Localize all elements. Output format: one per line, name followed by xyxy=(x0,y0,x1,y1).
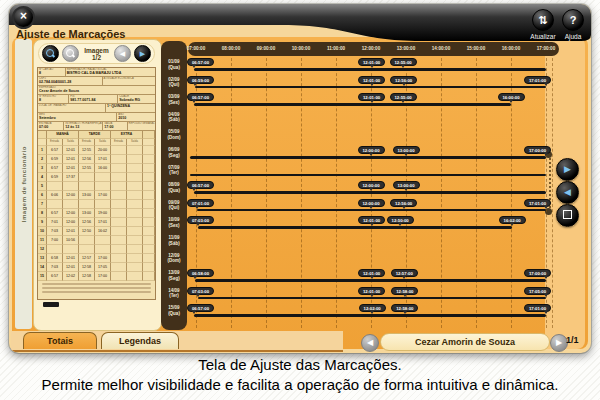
timeline-row-line xyxy=(197,209,546,212)
axis-hour-label: 07:00:00 xyxy=(181,46,211,51)
timeline-date-label: 15/09(Qua) xyxy=(161,305,187,316)
close-icon[interactable]: × xyxy=(12,6,35,29)
punch-marker-tail xyxy=(370,294,374,297)
employee-page-count: 1/1 xyxy=(566,335,579,345)
timeline-row-line xyxy=(194,103,511,106)
punch-marker-tail xyxy=(510,223,514,226)
punch-marker-tail xyxy=(544,311,548,314)
plot-right-border xyxy=(552,58,553,328)
punch-marker-tail xyxy=(370,83,374,86)
timeline-row-line xyxy=(190,174,546,177)
punch-marker-tail xyxy=(402,83,406,86)
punch-marker-tail xyxy=(192,65,196,68)
punch-marker[interactable]: 06:57:00 xyxy=(187,58,214,66)
punch-marker[interactable]: 06:57:00 xyxy=(187,181,214,189)
timeline-date-label: 08/09(Qua) xyxy=(161,182,187,193)
punch-marker-tail xyxy=(544,153,548,156)
help-button[interactable]: ? Ajuda xyxy=(558,9,588,40)
punch-marker[interactable]: 06:57:00 xyxy=(187,93,214,101)
timeline-date-label: 13/09(Seg) xyxy=(161,270,187,281)
axis-hour-label: 09:00:00 xyxy=(251,46,281,51)
previous-employee-icon[interactable]: ◀ xyxy=(361,334,379,352)
timeline-date-label: 02/09(Qui) xyxy=(161,77,187,88)
punch-marker-tail xyxy=(369,188,373,191)
punch-marker-tail xyxy=(195,206,199,209)
punch-marker-tail xyxy=(196,223,200,226)
punch-marker-tail xyxy=(370,65,374,68)
stop-button[interactable] xyxy=(556,204,579,227)
punch-marker[interactable]: 07:03:00 xyxy=(187,287,214,295)
timeline-date-label: 11/09(Sáb) xyxy=(161,235,187,246)
punch-marker[interactable]: 06:59:00 xyxy=(187,76,214,84)
axis-hour-label: 16:00:00 xyxy=(496,46,526,51)
tab-legendas[interactable]: Legendas xyxy=(101,332,179,349)
timeline-row-line xyxy=(194,191,546,194)
timeline-row-line xyxy=(195,279,546,282)
timeline-date-label: 01/09(Qua) xyxy=(161,59,187,70)
punch-marker-tail xyxy=(544,206,548,209)
axis-hour-label: 10:00:00 xyxy=(286,46,316,51)
punch-marker-tail xyxy=(401,100,405,103)
punch-marker-tail xyxy=(196,294,200,297)
tab-totais[interactable]: Totais xyxy=(23,332,97,349)
window-title: Ajuste de Marcações xyxy=(16,28,125,40)
axis-hour-label: 13:00:00 xyxy=(391,46,421,51)
scroll-prev-button[interactable]: ◀ xyxy=(556,181,579,204)
timeline-row-line xyxy=(195,86,546,89)
axis-hour-label: 12:00:00 xyxy=(356,46,386,51)
timeline-date-label: 10/09(Sex) xyxy=(161,217,187,228)
timeline-row-line xyxy=(198,226,512,229)
timeline-date-label: 04/09(Sáb) xyxy=(161,112,187,123)
timeline-row-line xyxy=(194,68,546,71)
punch-marker[interactable]: 06:57:00 xyxy=(187,304,214,312)
punch-marker-tail xyxy=(192,311,196,314)
help-icon: ? xyxy=(562,9,584,31)
timeline-row-line xyxy=(190,156,546,159)
punch-marker[interactable]: 07:01:00 xyxy=(187,199,214,207)
caption-line-2: Permite melhor visibilidade e facilita a… xyxy=(0,375,600,395)
punch-marker-tail xyxy=(193,83,197,86)
stop-icon xyxy=(563,210,572,219)
punch-marker-tail xyxy=(370,100,374,103)
punch-marker-tail xyxy=(544,83,548,86)
timeline-date-label: 05/09(Dom) xyxy=(161,129,187,140)
timeline-date-label: 06/09(Seg) xyxy=(161,147,187,158)
punch-marker[interactable]: 06:58:00 xyxy=(187,269,214,277)
help-label: Ajuda xyxy=(558,33,588,40)
timeline-date-label: 14/09(Ter) xyxy=(161,288,187,299)
punch-marker-tail xyxy=(544,294,548,297)
timeline-row-line xyxy=(198,297,546,300)
ajuste-marcacoes-window: × Ajuste de Marcações ⇅ Atualizar ? Ajud… xyxy=(9,4,591,353)
employee-name-display: Cezar Amorin de Souza xyxy=(380,333,550,351)
punch-marker-tail xyxy=(544,276,548,279)
punch-marker-tail xyxy=(404,153,408,156)
punch-marker[interactable]: 07:03:00 xyxy=(187,216,214,224)
axis-hour-label: 08:00:00 xyxy=(216,46,246,51)
timeline-date-label: 09/09(Qui) xyxy=(161,200,187,211)
timeline-row-line xyxy=(194,314,546,317)
axis-hour-label: 17:00:00 xyxy=(531,46,561,51)
punch-marker-tail xyxy=(398,223,402,226)
punch-marker-tail xyxy=(404,188,408,191)
scroll-next-button[interactable]: ▶ xyxy=(556,158,579,181)
punch-marker-tail xyxy=(370,276,374,279)
punch-marker-tail xyxy=(402,206,406,209)
punch-marker-tail xyxy=(369,206,373,209)
axis-hour-label: 11:00:00 xyxy=(321,46,351,51)
axis-hour-label: 14:00:00 xyxy=(426,46,456,51)
punch-marker-tail xyxy=(369,153,373,156)
punch-marker-tail xyxy=(193,276,197,279)
punch-marker-tail xyxy=(192,188,196,191)
caption-line-1: Tela de Ajuste das Marcações. xyxy=(0,355,600,375)
refresh-icon: ⇅ xyxy=(532,9,554,31)
punch-marker-tail xyxy=(370,311,374,314)
punch-marker-tail xyxy=(403,294,407,297)
timeline-date-label: 03/09(Sex) xyxy=(161,94,187,105)
punch-marker-tail xyxy=(401,65,405,68)
punch-marker-tail xyxy=(370,223,374,226)
axis-hour-label: 15:00:00 xyxy=(461,46,491,51)
timeline-area: ▶ ◀ 07:00:0008:00:0009:00:0010:00:0011:0… xyxy=(9,4,591,353)
punch-marker-tail xyxy=(402,276,406,279)
timeline-date-label: 07/09(Ter) xyxy=(161,165,187,176)
punch-marker-tail xyxy=(509,100,513,103)
